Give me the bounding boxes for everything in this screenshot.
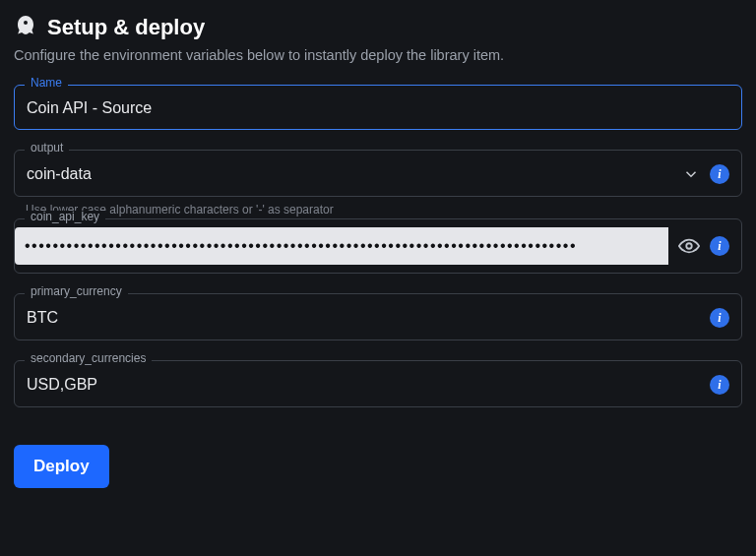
secondary-currencies-field[interactable]: secondary_currencies i [14, 360, 742, 407]
eye-icon[interactable] [678, 235, 700, 257]
svg-point-0 [686, 243, 692, 249]
setup-deploy-panel: Setup & deploy Configure the environment… [0, 0, 756, 502]
secondary-currencies-input[interactable] [27, 376, 700, 394]
primary-currency-label: primary_currency [25, 285, 128, 297]
output-value[interactable]: coin-data [27, 165, 672, 183]
name-label: Name [25, 77, 68, 89]
name-input[interactable] [27, 99, 729, 117]
panel-header: Setup & deploy [14, 14, 742, 41]
output-label: output [25, 142, 69, 154]
chevron-down-icon[interactable] [682, 165, 700, 183]
info-icon[interactable]: i [710, 236, 729, 256]
info-icon[interactable]: i [710, 308, 729, 328]
deploy-button[interactable]: Deploy [14, 445, 109, 488]
panel-subtitle: Configure the environment variables belo… [14, 47, 742, 63]
info-icon[interactable]: i [710, 164, 729, 184]
output-field[interactable]: output coin-data i [14, 150, 742, 197]
coin-api-key-field[interactable]: coin_api_key i [14, 218, 742, 274]
primary-currency-input[interactable] [27, 309, 700, 327]
info-icon[interactable]: i [710, 375, 729, 395]
output-helper-text: Use lower case alphanumeric characters o… [26, 203, 742, 216]
rocket-icon [14, 14, 37, 41]
name-field[interactable]: Name [14, 85, 742, 130]
coin-api-key-label: coin_api_key [25, 211, 105, 222]
coin-api-key-input[interactable] [15, 227, 668, 265]
primary-currency-field[interactable]: primary_currency i [14, 293, 742, 340]
secondary-currencies-label: secondary_currencies [25, 352, 152, 364]
panel-title: Setup & deploy [47, 15, 205, 40]
